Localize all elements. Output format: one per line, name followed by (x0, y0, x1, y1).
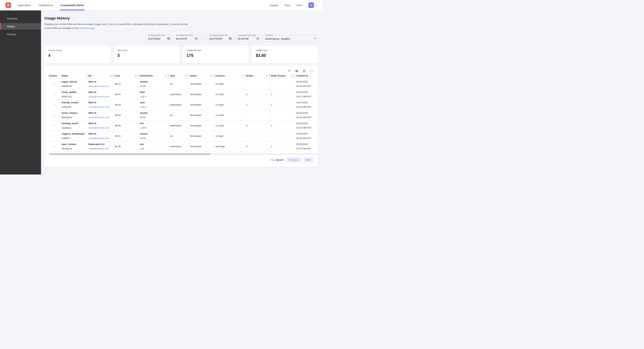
terminated-before-date-value[interactable]: 01/27/2025 (209, 37, 227, 40)
dropdown-caret-icon[interactable] (314, 38, 316, 39)
distribution-version: 1.32.1 (140, 105, 166, 109)
chevron-down-icon[interactable] (314, 4, 318, 7)
clock-icon[interactable] (256, 37, 260, 40)
previous-page-button[interactable]: Previous (286, 157, 301, 163)
terminated-before-date-label: Terminated before date (209, 34, 229, 36)
toggle-density-icon[interactable] (302, 69, 306, 73)
row-actions-menu-icon[interactable] (53, 83, 56, 85)
sort-icon[interactable] (69, 74, 70, 77)
column-drag-handle[interactable] (291, 75, 293, 76)
created-time: 01:51 PM PST (296, 105, 316, 109)
show-hide-columns-icon[interactable] (295, 69, 298, 73)
cluster-id: de9ed87d (62, 116, 85, 119)
column-header-name: Name (60, 72, 87, 79)
stat-value: 3 (118, 53, 176, 58)
support-link[interactable]: Support (270, 4, 278, 7)
terminated-before-time-value[interactable]: 03:19 PM (238, 37, 255, 40)
created-date: 01/27/2025 (296, 80, 316, 83)
terminated-before-date-field[interactable]: Terminated before date 01/27/2025 (207, 35, 234, 42)
creator-email-link[interactable]: name@domain.com (88, 95, 109, 98)
distribution-name: kind (140, 90, 166, 94)
creator-email-link[interactable]: name@domain.com (88, 147, 109, 150)
terminated-before-time-field[interactable]: Terminated before time 03:19 PM (235, 35, 261, 42)
sort-icon[interactable] (92, 74, 94, 77)
nodes-cell: 3 (244, 120, 269, 131)
tab-compatibility-matrix[interactable]: Compatibility Matrix (60, 0, 84, 10)
timezone-label: Timezone (265, 34, 274, 36)
sort-icon[interactable] (226, 74, 228, 77)
calendar-icon[interactable] (167, 37, 170, 40)
column-drag-handle[interactable] (241, 75, 243, 76)
sidebar: Overview History Settings (0, 10, 41, 174)
row-actions-menu-icon[interactable] (53, 135, 56, 137)
column-label: Cost (115, 74, 120, 77)
node-groups-cell: 1 (269, 89, 294, 99)
sort-descending-icon[interactable] (309, 74, 310, 77)
table-row: magical_stonebrakerfe3f8977 Web UIname@d… (49, 131, 318, 141)
filter-icon[interactable] (288, 69, 291, 73)
stat-card-usage-minutes: Usage Minutes 175 (183, 46, 249, 63)
sort-icon[interactable] (198, 74, 200, 77)
row-actions-menu-icon[interactable] (53, 104, 56, 106)
nodes-cell: - (244, 131, 269, 141)
docs-link[interactable]: Docs (296, 4, 302, 7)
sidebar-item-history[interactable]: History (0, 23, 41, 29)
avatar[interactable]: K (308, 2, 314, 8)
timezone-select[interactable]: Timezone America/Los_Angeles (263, 35, 318, 42)
creator-email-link[interactable]: name@domain.com (88, 106, 109, 108)
clock-icon[interactable] (194, 37, 198, 40)
creator-email-link[interactable]: name@domain.com (88, 116, 109, 119)
sort-icon[interactable] (286, 74, 288, 77)
sort-icon[interactable] (121, 74, 123, 77)
column-drag-handle[interactable] (135, 75, 137, 76)
sidebar-item-overview[interactable]: Overview (0, 15, 41, 22)
horizontal-scrollbar-thumb[interactable] (49, 153, 210, 155)
tab-troubleshoot[interactable]: Troubleshoot (38, 0, 53, 10)
column-drag-handle[interactable] (110, 75, 112, 76)
tab-applications[interactable]: Applications (18, 0, 31, 10)
terminated-after-time-field[interactable]: Terminated after time 03:19 PM (174, 35, 200, 42)
creator-email-link[interactable]: name@domain.com (88, 85, 109, 87)
row-actions-menu-icon[interactable] (53, 94, 56, 95)
instance-cell: r1.small (214, 120, 244, 131)
column-drag-handle[interactable] (210, 75, 212, 76)
stat-cards: Cluster Count 4 VM Count 3 Usage Minutes… (44, 46, 318, 63)
sort-icon[interactable] (154, 74, 156, 77)
toggle-fullscreen-icon[interactable] (310, 69, 314, 73)
sidebar-item-settings[interactable]: Settings (0, 31, 41, 37)
cost-cell: $0.54 (113, 99, 138, 110)
team-link[interactable]: Team (284, 4, 290, 7)
row-actions-menu-icon[interactable] (53, 114, 56, 116)
replicated-logo[interactable]: R (6, 2, 11, 8)
sort-icon[interactable] (254, 74, 256, 77)
column-drag-handle[interactable] (266, 75, 268, 76)
cluster-name: friendly_brown (62, 101, 85, 104)
cluster-name: frosty_galileo (62, 90, 85, 94)
next-page-button[interactable]: Next (303, 157, 314, 163)
terminated-after-date-field[interactable]: Terminated after date 10/27/2024 (146, 35, 172, 42)
table-row: trusting_leavittcae5ea11 Web UIname@doma… (49, 120, 318, 131)
date-range-separator: — (202, 37, 205, 40)
row-actions-menu-icon[interactable] (53, 146, 56, 148)
created-date: 01/27/2025 (296, 122, 316, 125)
cost-cell: $0.51 (113, 79, 138, 89)
creator-email-link[interactable]: name@domain.com (88, 126, 109, 129)
node-groups-cell: - (269, 131, 294, 141)
created-by: Web UI (88, 80, 112, 83)
column-drag-handle[interactable] (165, 75, 167, 76)
account-menu[interactable]: K (308, 2, 318, 8)
terminated-after-date-value[interactable]: 10/27/2024 (148, 37, 166, 40)
sort-icon[interactable] (176, 74, 178, 77)
timezone-value[interactable]: America/Los_Angeles (265, 37, 313, 40)
calendar-icon[interactable] (229, 37, 232, 40)
column-drag-handle[interactable] (185, 75, 187, 76)
overview-page-link[interactable]: Overview page (79, 27, 94, 29)
row-actions-menu-icon[interactable] (53, 125, 56, 127)
terminated-after-time-value[interactable]: 03:19 PM (176, 37, 193, 40)
instance-cell: r1.small (214, 99, 244, 110)
creator-email-link[interactable]: name@domain.com (88, 137, 109, 139)
nodes-cell: 3 (244, 141, 269, 152)
table-row: funny_lumierede9ed87d Web UIname@domain.… (49, 110, 318, 120)
horizontal-scrollbar[interactable] (49, 153, 318, 155)
node-groups-cell: 1 (269, 120, 294, 131)
